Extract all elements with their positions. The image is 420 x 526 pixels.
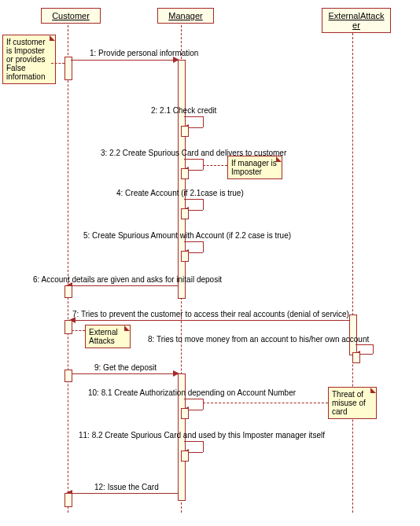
msg-5-vert xyxy=(203,241,204,252)
sequence-diagram: Customer Manager ExternalAttacker If cus… xyxy=(0,0,420,526)
msg-1-arrow xyxy=(71,60,175,61)
msg-7-arrow xyxy=(74,320,349,321)
msg-4-vert xyxy=(203,199,204,210)
activation-msg4 xyxy=(181,208,189,219)
activation-msg10 xyxy=(181,408,189,419)
lifeline-line-customer xyxy=(68,25,68,513)
msg-11-bot xyxy=(187,452,203,453)
msg-4-bot xyxy=(187,210,203,211)
activation-customer-7 xyxy=(64,320,72,334)
msg-3-vert xyxy=(203,159,204,170)
activation-customer-9 xyxy=(64,370,72,382)
activation-manager-main xyxy=(178,60,186,299)
activation-msg8 xyxy=(352,352,360,363)
msg-12-arrow xyxy=(71,493,178,494)
msg-1-label: 1: Provide personal information xyxy=(90,49,198,57)
msg-8-vert xyxy=(373,344,374,354)
msg-5-bot xyxy=(187,252,203,253)
msg-8-label: 8: Tries to move money from an account t… xyxy=(148,335,369,344)
lifeline-manager: Manager xyxy=(157,8,214,24)
activation-customer-6 xyxy=(64,285,72,298)
msg-3-top xyxy=(184,159,203,160)
msg-8-bot xyxy=(359,354,373,355)
lifeline-external-attacker: ExternalAttacker xyxy=(322,8,391,33)
msg-11-label: 11: 8.2 Create Spurious Card and used by… xyxy=(79,431,325,440)
lifeline-customer: Customer xyxy=(41,8,101,24)
msg-4-top xyxy=(184,199,203,200)
msg-4-label: 4: Create Account (if 2.1case is true) xyxy=(116,189,244,197)
msg-10-vert xyxy=(203,399,204,410)
msg-10-label: 10: 8.1 Create Authorization depending o… xyxy=(88,388,296,397)
msg-5-label: 5: Create Spurious Amount with Account (… xyxy=(83,231,291,240)
msg-9-label: 9: Get the deposit xyxy=(94,363,157,372)
msg-9-arrow xyxy=(71,373,175,374)
note-attach-3 xyxy=(72,330,85,331)
msg-7-label: 7: Tries to prevent the customer to acce… xyxy=(72,310,349,318)
msg-10-bot xyxy=(187,410,203,410)
note-attach-1 xyxy=(51,63,64,64)
msg-2-label: 2: 2.1 Check credit xyxy=(151,106,216,115)
note-attach-4 xyxy=(203,403,328,403)
activation-msg2 xyxy=(181,126,189,137)
msg-2-bot xyxy=(187,127,203,128)
msg-11-top xyxy=(184,441,203,442)
note-customer-imposter: If customer is Imposter or provides Fals… xyxy=(2,35,56,84)
note-external-attacks: External Attacks xyxy=(85,325,131,348)
msg-11-vert xyxy=(203,441,204,452)
msg-10-top xyxy=(184,399,203,399)
msg-6-arrow xyxy=(71,285,178,286)
msg-2-vert xyxy=(203,116,204,127)
activation-msg5 xyxy=(181,251,189,262)
note-manager-imposter: If manager is Imposter xyxy=(227,156,282,179)
activation-msg11 xyxy=(181,451,189,462)
msg-5-top xyxy=(184,241,203,242)
msg-12-label: 12: Issue the Card xyxy=(94,483,159,491)
lifeline-line-attacker xyxy=(352,33,353,513)
activation-customer-12 xyxy=(64,493,72,507)
msg-2-top xyxy=(184,116,203,117)
activation-msg3 xyxy=(181,168,189,179)
note-attach-2 xyxy=(203,165,227,166)
msg-6-label: 6: Account details are given and asks fo… xyxy=(33,275,222,284)
msg-3-bot xyxy=(187,170,203,171)
msg-8-top xyxy=(356,344,373,345)
note-threat-misuse: Threat of misuse of card xyxy=(328,387,377,419)
